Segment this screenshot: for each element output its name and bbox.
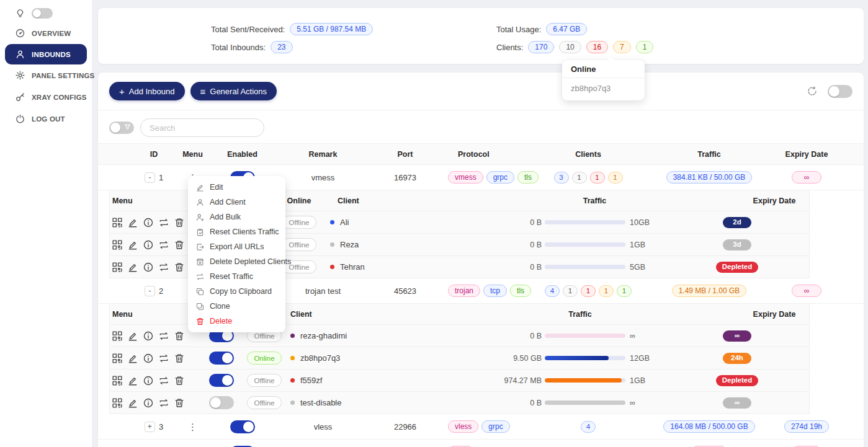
edit-icon[interactable] bbox=[128, 240, 138, 250]
protocol-tag: tls bbox=[510, 285, 531, 297]
delete-icon[interactable] bbox=[174, 331, 184, 341]
user-icon bbox=[196, 198, 204, 206]
info-icon[interactable] bbox=[143, 240, 153, 250]
reset-traffic-icon[interactable] bbox=[159, 353, 169, 363]
info-icon[interactable] bbox=[143, 218, 153, 228]
row-menu-button[interactable]: ⋮ bbox=[188, 422, 197, 432]
clients-count-expiring[interactable]: 7 bbox=[613, 41, 631, 53]
info-icon[interactable] bbox=[143, 376, 153, 386]
general-actions-button[interactable]: ≡ General Actions bbox=[190, 82, 277, 100]
edit-icon[interactable] bbox=[128, 376, 138, 386]
dark-mode-toggle[interactable] bbox=[32, 8, 53, 19]
menu-item-reset-traffic[interactable]: Reset Traffic bbox=[188, 269, 285, 284]
info-icon[interactable] bbox=[143, 398, 153, 408]
delete-icon[interactable] bbox=[174, 240, 184, 250]
qr-code-icon[interactable] bbox=[112, 331, 122, 341]
subheader-client: Client bbox=[324, 197, 408, 205]
filter-toggle[interactable] bbox=[109, 122, 134, 134]
add-inbound-button[interactable]: + Add Inbound bbox=[109, 82, 185, 100]
traffic-bar bbox=[545, 401, 625, 405]
qr-code-icon[interactable] bbox=[112, 240, 122, 250]
total-usage-value: 6.47 GB bbox=[546, 23, 587, 35]
info-icon[interactable] bbox=[143, 262, 153, 272]
menu-item-add-bulk[interactable]: Add Bulk bbox=[188, 210, 285, 224]
client-count-deactive[interactable]: 1 bbox=[563, 285, 578, 297]
clients-count-depleted[interactable]: 16 bbox=[586, 41, 608, 53]
edit-icon[interactable] bbox=[128, 353, 138, 363]
header-enabled: Enabled bbox=[210, 150, 275, 159]
menu-item-copy-to-clipboard[interactable]: Copy to Clipboard bbox=[188, 284, 285, 299]
header-clients: Clients bbox=[532, 150, 644, 159]
sidebar-item-log-out[interactable]: LOG OUT bbox=[0, 108, 92, 130]
clients-count-total[interactable]: 170 bbox=[528, 41, 554, 53]
client-count-depleted[interactable]: 1 bbox=[581, 285, 596, 297]
box-delete-icon bbox=[196, 258, 204, 266]
client-count-total[interactable]: 4 bbox=[581, 421, 596, 433]
client-count-depleted[interactable]: 1 bbox=[590, 172, 605, 184]
edit-icon[interactable] bbox=[128, 398, 138, 408]
info-icon[interactable] bbox=[143, 353, 153, 363]
client-count-expiring[interactable]: 1 bbox=[599, 285, 614, 297]
total-usage-row: Total Usage: 6.47 GB bbox=[496, 22, 587, 36]
search-input[interactable] bbox=[140, 118, 264, 137]
client-count-online[interactable]: 1 bbox=[617, 285, 632, 297]
status-badge: Online bbox=[247, 352, 281, 365]
qr-code-icon[interactable] bbox=[112, 353, 122, 363]
hamburger-icon: ≡ bbox=[200, 87, 206, 96]
sidebar-item-xray-configs[interactable]: XRAY CONFIGS bbox=[0, 86, 92, 108]
delete-icon[interactable] bbox=[174, 398, 184, 408]
menu-item-add-client[interactable]: Add Client bbox=[188, 195, 285, 210]
client-enabled-toggle[interactable] bbox=[209, 374, 234, 387]
reset-traffic-icon[interactable] bbox=[159, 240, 169, 250]
qr-code-icon[interactable] bbox=[112, 398, 122, 408]
delete-icon[interactable] bbox=[174, 376, 184, 386]
menu-item-export-all-urls[interactable]: Export All URLs bbox=[188, 239, 285, 254]
menu-item-delete-depleted-clients[interactable]: Delete Depleted Clients bbox=[188, 254, 285, 269]
reset-traffic-icon[interactable] bbox=[159, 398, 169, 408]
reset-traffic-icon[interactable] bbox=[159, 218, 169, 228]
traffic-bar bbox=[545, 356, 625, 360]
menu-item-delete[interactable]: Delete bbox=[188, 314, 285, 329]
reset-traffic-icon[interactable] bbox=[159, 376, 169, 386]
traffic-bar bbox=[545, 378, 625, 383]
expiry-badge: Depleted bbox=[716, 375, 759, 386]
auto-refresh-toggle[interactable] bbox=[828, 85, 852, 98]
edit-icon[interactable] bbox=[128, 262, 138, 272]
qr-code-icon[interactable] bbox=[112, 218, 122, 228]
expand-button[interactable]: + bbox=[145, 422, 155, 432]
sidebar-item-overview[interactable]: OVERVIEW bbox=[0, 22, 92, 44]
header-protocol: Protocol bbox=[439, 150, 532, 159]
sidebar-item-label: LOG OUT bbox=[32, 115, 65, 123]
qr-code-icon[interactable] bbox=[112, 262, 122, 272]
menu-item-reset-clients-traffic[interactable]: Reset Clients Traffic bbox=[188, 224, 285, 239]
sidebar-item-panel-settings[interactable]: PANEL SETTINGS bbox=[0, 64, 92, 86]
info-icon[interactable] bbox=[143, 331, 153, 341]
delete-icon[interactable] bbox=[174, 262, 184, 272]
expiry-badge: 2d bbox=[723, 217, 751, 228]
qr-code-icon[interactable] bbox=[112, 376, 122, 386]
toolbar: + Add Inbound ≡ General Actions bbox=[98, 73, 864, 110]
refresh-icon[interactable] bbox=[807, 86, 817, 96]
menu-item-clone[interactable]: Clone bbox=[188, 299, 285, 314]
delete-icon[interactable] bbox=[174, 353, 184, 363]
client-dot bbox=[330, 220, 334, 224]
edit-icon[interactable] bbox=[128, 218, 138, 228]
clients-count-deactive[interactable]: 10 bbox=[559, 41, 581, 53]
reset-traffic-icon[interactable] bbox=[159, 331, 169, 341]
client-count-total[interactable]: 4 bbox=[545, 285, 560, 297]
sidebar-item-label: PANEL SETTINGS bbox=[32, 72, 94, 79]
clients-count-online[interactable]: 1 bbox=[636, 41, 654, 53]
client-enabled-toggle[interactable] bbox=[209, 352, 234, 365]
enabled-toggle[interactable] bbox=[230, 420, 255, 433]
sidebar-item-inbounds[interactable]: INBOUNDS bbox=[5, 44, 87, 64]
collapse-button[interactable]: - bbox=[145, 172, 155, 183]
client-count-deactive[interactable]: 1 bbox=[572, 172, 587, 184]
menu-item-edit[interactable]: Edit bbox=[188, 180, 285, 195]
delete-icon[interactable] bbox=[174, 218, 184, 228]
reset-traffic-icon[interactable] bbox=[159, 262, 169, 272]
edit-icon[interactable] bbox=[128, 331, 138, 341]
client-count-expiring[interactable]: 1 bbox=[608, 172, 623, 184]
client-enabled-toggle[interactable] bbox=[209, 396, 234, 409]
collapse-button[interactable]: - bbox=[145, 286, 155, 296]
client-count-total[interactable]: 3 bbox=[554, 172, 569, 184]
